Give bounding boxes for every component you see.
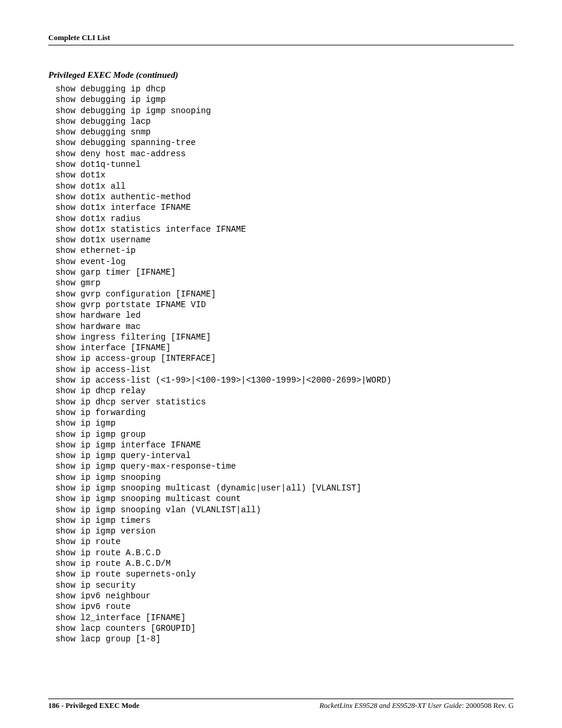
footer-right: RocketLinx ES9528 and ES9528-XT User Gui… [319,701,514,710]
footer-doc-id: 2000508 Rev. G [466,701,514,710]
page-footer: 186 - Privileged EXEC Mode RocketLinx ES… [48,699,514,710]
document-page: Complete CLI List Privileged EXEC Mode (… [0,0,562,644]
section-title-text: Privileged EXEC Mode (continued) [48,70,178,80]
footer-page-number: 186 [48,701,59,710]
footer-section-name: Privileged EXEC Mode [65,701,140,710]
footer-doc-id-sep: : [462,701,466,710]
header-title: Complete CLI List [48,33,110,42]
footer-left: 186 - Privileged EXEC Mode [48,701,140,710]
footer-guide-title: RocketLinx ES9528 and ES9528-XT User Gui… [319,701,462,710]
cli-command-list: show debugging ip dhcp show debugging ip… [55,84,514,644]
section-title: Privileged EXEC Mode (continued) [48,70,514,80]
footer-separator: - [59,701,65,710]
page-header: Complete CLI List [48,33,514,45]
